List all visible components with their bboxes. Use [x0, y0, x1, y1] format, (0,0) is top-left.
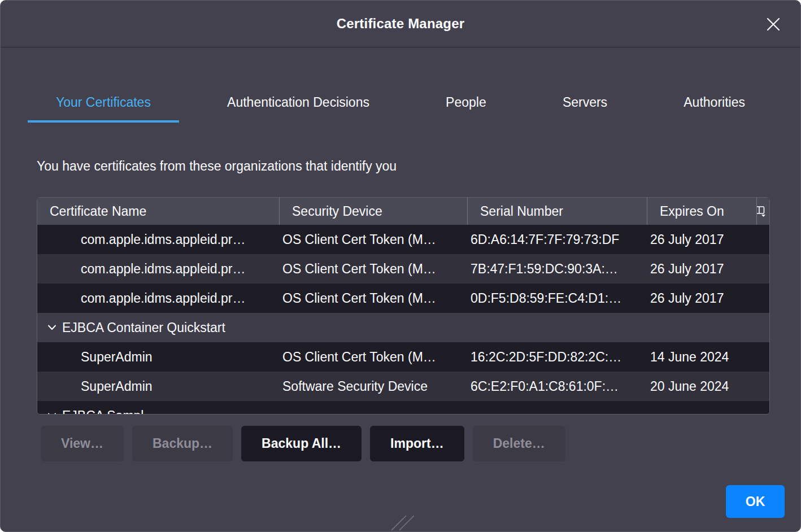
column-picker-icon — [756, 206, 766, 217]
backup-all-button[interactable]: Backup All… — [241, 426, 362, 461]
group-label: EJBCA Sampl… — [62, 401, 156, 415]
resize-grip-lines — [388, 514, 417, 531]
delete-button: Delete… — [473, 426, 565, 461]
column-header-security-device[interactable]: Security Device — [279, 198, 467, 225]
cell-serial-number: 16:2C:2D:5F:DD:82:2C:… — [467, 342, 647, 372]
tab-your-certificates[interactable]: Your Certificates — [28, 84, 179, 123]
cell-security-device: OS Client Cert Token (M… — [279, 254, 467, 284]
cell-expires-on: 26 July 2017 — [647, 225, 756, 254]
cell-security-device: OS Client Cert Token (M… — [279, 284, 467, 313]
column-header-expires-on[interactable]: Expires On — [647, 198, 756, 225]
cell-security-device: Software Security Device — [279, 372, 467, 401]
cell-certificate-name: com.apple.idms.appleid.pr… — [37, 225, 279, 254]
cell-serial-number: 6C:E2:F0:A1:C8:61:0F:… — [467, 372, 647, 401]
import-button[interactable]: Import… — [370, 426, 464, 461]
group-label: EJBCA Container Quickstart — [62, 313, 225, 342]
tab-bar: Your Certificates Authentication Decisio… — [28, 84, 773, 123]
cell-security-device: OS Client Cert Token (M… — [279, 225, 467, 254]
cell-certificate-name: com.apple.idms.appleid.pr… — [37, 254, 279, 284]
table-row[interactable]: SuperAdmin Software Security Device 6C:E… — [37, 372, 769, 401]
column-header-serial-number[interactable]: Serial Number — [467, 198, 647, 225]
window-title: Certificate Manager — [337, 16, 465, 32]
cell-security-device: OS Client Cert Token (M… — [279, 342, 467, 372]
close-icon — [766, 17, 781, 32]
table-row[interactable]: SuperAdmin OS Client Cert Token (M… 16:2… — [37, 342, 769, 372]
cell-expires-on: 26 July 2017 — [647, 254, 756, 284]
tab-authentication-decisions[interactable]: Authentication Decisions — [199, 84, 398, 123]
table-header: Certificate Name Security Device Serial … — [37, 198, 769, 225]
tab-people[interactable]: People — [417, 84, 515, 123]
action-button-row: View… Backup… Backup All… Import… Delete… — [41, 426, 565, 461]
tab-servers[interactable]: Servers — [534, 84, 635, 123]
table-row[interactable]: com.apple.idms.appleid.pr… OS Client Cer… — [37, 284, 769, 313]
table-row[interactable]: com.apple.idms.appleid.pr… OS Client Cer… — [37, 225, 769, 254]
ok-button[interactable]: OK — [726, 485, 785, 518]
title-bar: Certificate Manager — [1, 1, 800, 47]
close-button[interactable] — [763, 14, 783, 34]
chevron-down-icon — [47, 413, 56, 415]
chevron-down-icon — [47, 325, 56, 330]
group-row-ejbca-container-quickstart[interactable]: EJBCA Container Quickstart — [37, 313, 769, 342]
certificates-table: Certificate Name Security Device Serial … — [37, 197, 770, 415]
table-row[interactable]: com.apple.idms.appleid.pr… OS Client Cer… — [37, 254, 769, 284]
resize-grip[interactable] — [388, 514, 417, 531]
cell-serial-number: 0D:F5:D8:59:FE:C4:D1:… — [467, 284, 647, 313]
tab-authorities[interactable]: Authorities — [655, 84, 773, 123]
view-button: View… — [41, 426, 124, 461]
clipped-row-container: EJBCA Sampl… — [37, 401, 769, 415]
certificate-manager-dialog: Certificate Manager Your Certificates Au… — [0, 0, 801, 532]
group-row-ejbca-sample[interactable]: EJBCA Sampl… — [37, 401, 769, 415]
column-header-certificate-name[interactable]: Certificate Name — [37, 198, 279, 225]
cell-certificate-name: SuperAdmin — [37, 342, 279, 372]
backup-button: Backup… — [132, 426, 233, 461]
cell-serial-number: 7B:47:F1:59:DC:90:3A:… — [467, 254, 647, 284]
column-picker-button[interactable] — [756, 204, 767, 218]
cell-expires-on: 20 June 2024 — [647, 372, 756, 401]
cell-certificate-name: SuperAdmin — [37, 372, 279, 401]
cell-expires-on: 26 July 2017 — [647, 284, 756, 313]
column-picker-cell — [756, 198, 769, 225]
intro-text: You have certificates from these organiz… — [37, 159, 397, 174]
cell-certificate-name: com.apple.idms.appleid.pr… — [37, 284, 279, 313]
cell-expires-on: 14 June 2024 — [647, 342, 756, 372]
cell-serial-number: 6D:A6:14:7F:7F:79:73:DF — [467, 225, 647, 254]
